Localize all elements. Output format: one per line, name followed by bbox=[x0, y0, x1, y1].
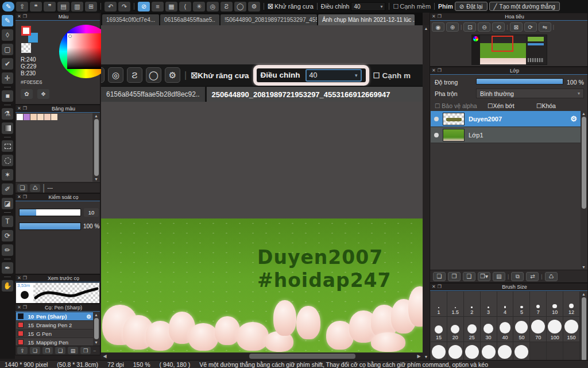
snap-parallel-icon[interactable]: ≡ bbox=[152, 2, 164, 12]
upload-brush-icon[interactable]: ⇪ bbox=[17, 347, 28, 354]
rotate-left-icon[interactable]: ⟲ bbox=[492, 22, 505, 32]
scroll-up-icon[interactable]: ▲ bbox=[93, 312, 99, 317]
palette-scrollbar[interactable]: ▲ ▼ bbox=[93, 113, 99, 182]
brush-size-cell[interactable]: 1.5 bbox=[447, 292, 464, 317]
brush-size-cell[interactable]: 50 bbox=[513, 317, 530, 342]
scrollbar-thumb[interactable] bbox=[94, 119, 99, 176]
brush-list-scrollbar[interactable]: ▲ ▼ bbox=[93, 312, 99, 345]
bucket-tool-icon[interactable]: ⚗ bbox=[2, 108, 13, 120]
scrollbar-thumb[interactable] bbox=[582, 297, 586, 361]
brush-list-item[interactable]: 15Drawing Pen 2 bbox=[16, 321, 93, 329]
brush-size-cell[interactable]: 4 bbox=[497, 292, 514, 317]
snap-radial-icon[interactable]: ✳ bbox=[193, 2, 205, 12]
rotate-reset-icon[interactable]: ⊠ bbox=[510, 22, 523, 32]
scroll-down-icon[interactable]: ▼ bbox=[93, 340, 99, 345]
snap-curve-icon[interactable]: Ƨ bbox=[220, 2, 233, 12]
brush-size-slider[interactable] bbox=[19, 209, 81, 216]
zoom-actual-icon[interactable]: ◉ bbox=[432, 22, 444, 32]
make-line-button[interactable]: ╱Tạo một đường thẳng bbox=[489, 2, 560, 11]
lock-checkbox[interactable]: ☐Khóa bbox=[536, 102, 556, 109]
text-tool-icon[interactable]: T bbox=[2, 216, 13, 227]
scrollbar-thumb[interactable] bbox=[249, 354, 355, 359]
document-tab[interactable]: 06156a8455ffaae5.. bbox=[160, 14, 219, 25]
saturation-square[interactable] bbox=[67, 33, 104, 69]
close-icon[interactable]: ✕ bbox=[17, 276, 21, 281]
trash-icon[interactable]: ♺ bbox=[30, 184, 40, 192]
brush-size-scrollbar[interactable]: ▲ ▼ bbox=[581, 292, 587, 367]
hand-tool-icon[interactable]: ✋ bbox=[2, 280, 13, 292]
brush-size-cell[interactable]: 5 bbox=[513, 292, 530, 317]
lasso-tool-icon[interactable] bbox=[2, 155, 13, 166]
viewport-rectangle[interactable] bbox=[492, 36, 513, 52]
palette-grid-icon[interactable]: ❖ bbox=[37, 89, 49, 99]
transfer-layer-icon[interactable]: ⇄ bbox=[526, 272, 539, 281]
snap-grid-icon[interactable]: ▦ bbox=[165, 2, 177, 12]
brush-size-value[interactable]: 10 bbox=[84, 208, 99, 217]
popout-icon[interactable]: ❐ bbox=[23, 195, 27, 200]
close-icon[interactable]: ✕ bbox=[17, 305, 21, 310]
new-layer-icon[interactable]: ❏ bbox=[433, 272, 446, 281]
new-8bit-layer-icon[interactable]: ❐ bbox=[448, 272, 461, 281]
popout-icon[interactable]: ❐ bbox=[23, 276, 27, 281]
brush-logo-icon[interactable]: ✎ bbox=[2, 2, 14, 12]
move-tool-icon[interactable]: ✛ bbox=[2, 72, 13, 84]
scroll-right-icon[interactable]: ▶ bbox=[415, 352, 423, 360]
zoom-fit-icon[interactable]: ⊡ bbox=[463, 22, 476, 32]
fill-rect-tool-icon[interactable]: ■ bbox=[2, 90, 13, 102]
brush-tool-icon[interactable]: ✎ bbox=[2, 15, 13, 26]
magic-wand-tool-icon[interactable]: ✶ bbox=[2, 169, 13, 181]
new-1bit-layer-icon[interactable]: ❑ bbox=[463, 272, 475, 281]
brush-size-cell[interactable]: 12 bbox=[563, 292, 580, 317]
snap-vanishing-icon[interactable]: ⟨ bbox=[179, 2, 191, 12]
close-icon[interactable]: ✕ bbox=[17, 14, 21, 19]
layout-grid-icon[interactable]: ⊞ bbox=[85, 2, 97, 12]
popout-icon[interactable]: ❐ bbox=[438, 14, 442, 19]
palette-swatch[interactable] bbox=[24, 114, 30, 120]
brush-folder-icon[interactable]: ▤ bbox=[68, 347, 78, 354]
brush-size-cell[interactable]: 25 bbox=[464, 317, 481, 342]
add-layer-menu-icon[interactable]: ❒▾ bbox=[478, 272, 490, 281]
document-tab[interactable]: 169354c0f0cf7e4... bbox=[102, 14, 159, 25]
layer-visibility-icon[interactable] bbox=[434, 133, 439, 137]
close-icon[interactable]: ✕ bbox=[17, 106, 21, 111]
palette-swatch[interactable] bbox=[30, 114, 37, 120]
popout-icon[interactable]: ❐ bbox=[23, 14, 27, 19]
select-rect-tool-icon[interactable] bbox=[2, 140, 13, 152]
clone-brush-icon[interactable]: ❐ bbox=[42, 347, 53, 354]
canvas-h-scrollbar[interactable]: ◀ ▶ bbox=[101, 352, 423, 360]
brush-size-cell[interactable]: 20 bbox=[447, 317, 464, 342]
transform-tool-icon[interactable]: ⟳ bbox=[2, 230, 13, 241]
scroll-down-icon[interactable]: ▼ bbox=[423, 354, 430, 359]
flip-icon[interactable]: ⇋ bbox=[539, 22, 551, 32]
brush-size-cell[interactable]: 2 bbox=[464, 292, 481, 317]
brush-size-cell[interactable]: 3 bbox=[481, 292, 497, 317]
document-tab[interactable]: Ảnh chụp Màn hình 2021-12-11 lúc .. bbox=[318, 14, 415, 25]
scroll-down-icon[interactable]: ▼ bbox=[581, 264, 587, 270]
scroll-up-icon[interactable]: ▲ bbox=[93, 113, 99, 118]
brush-list-item[interactable]: 10Pen (Sharp)⚙ bbox=[16, 312, 93, 321]
brush-size-cell[interactable]: 7 bbox=[530, 292, 547, 317]
foreground-color-swatch[interactable] bbox=[21, 26, 31, 36]
duplicate-layer-icon[interactable]: ⧉ bbox=[511, 272, 524, 281]
palette-swatch[interactable] bbox=[44, 114, 51, 120]
copy-brush-icon[interactable]: ❒ bbox=[80, 347, 91, 354]
brush-size-cell[interactable]: 100 bbox=[547, 317, 563, 342]
protect-alpha-checkbox[interactable]: ☐ Bảo vệ alpha bbox=[435, 102, 477, 109]
transparent-color-swatch[interactable] bbox=[21, 43, 31, 53]
navigator-thumbnail[interactable] bbox=[471, 34, 547, 65]
shape-brush-tool-icon[interactable]: ▢ bbox=[2, 44, 13, 55]
close-icon[interactable]: ✕ bbox=[432, 14, 436, 19]
redo-button[interactable]: ↷ bbox=[118, 2, 130, 12]
close-icon[interactable]: ✕ bbox=[432, 285, 436, 289]
new-brush-icon[interactable]: ❏ bbox=[30, 347, 40, 354]
new-swatch-icon[interactable]: ❏ bbox=[17, 184, 28, 192]
snap-off-icon[interactable]: ⊘ bbox=[138, 2, 150, 12]
brush-list-item[interactable]: 15G Pen bbox=[16, 329, 93, 338]
layer-opacity-slider[interactable] bbox=[476, 78, 563, 85]
document-icon[interactable]: ▤ bbox=[57, 2, 69, 12]
brush-size-cell[interactable]: 150 bbox=[563, 317, 580, 342]
soft-edge-checkbox[interactable]: ☐Cạnh mềm bbox=[393, 3, 431, 10]
scrollbar-thumb[interactable] bbox=[94, 318, 99, 339]
antialias-checkbox[interactable]: ☒Khử răng cưa bbox=[268, 3, 314, 10]
gear-icon[interactable]: ⚙ bbox=[86, 313, 91, 320]
